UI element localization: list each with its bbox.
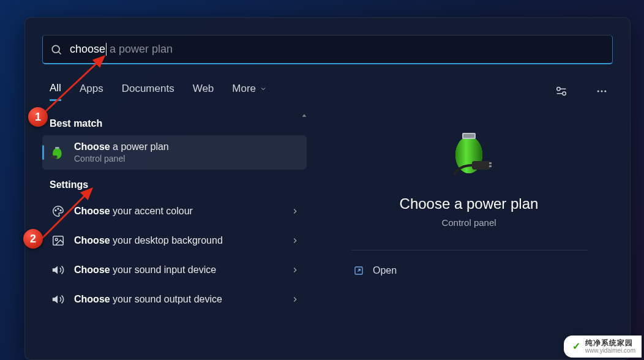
svg-rect-23	[489, 162, 492, 164]
battery-plug-icon	[50, 144, 67, 161]
quick-settings-icon[interactable]	[550, 80, 572, 102]
open-action[interactable]: Open	[348, 259, 590, 282]
more-options-icon[interactable]	[591, 80, 613, 102]
svg-marker-16	[53, 266, 58, 274]
search-input[interactable]: choose a power plan	[70, 43, 173, 56]
svg-point-12	[58, 208, 59, 209]
settings-heading: Settings	[50, 179, 307, 190]
svg-rect-14	[53, 236, 64, 246]
svg-point-3	[563, 92, 566, 96]
divider	[351, 250, 588, 250]
svg-rect-21	[463, 134, 474, 138]
svg-rect-9	[55, 147, 59, 149]
results-column: Best match Choose a power plan Control p…	[42, 108, 307, 353]
watermark-name: 纯净系统家园	[585, 339, 635, 347]
svg-point-6	[604, 91, 606, 92]
detail-battery-plug-icon	[441, 127, 496, 182]
chevron-down-icon	[260, 85, 267, 92]
result-subtitle: Control panel	[74, 154, 299, 163]
svg-point-11	[55, 210, 56, 211]
annotation-badge-2: 2	[23, 229, 43, 249]
open-icon	[353, 265, 364, 276]
svg-rect-24	[489, 165, 492, 167]
detail-title: Choose a power plan	[400, 195, 539, 212]
tab-documents[interactable]: Documents	[122, 83, 174, 100]
annotation-badge-1: 1	[28, 107, 48, 127]
best-match-heading: Best match	[50, 118, 307, 129]
detail-pane: Choose a power plan Control panel Open	[307, 108, 613, 353]
settings-result-sound-input[interactable]: Choose your sound input device	[42, 255, 307, 285]
svg-rect-10	[51, 156, 58, 159]
chevron-right-icon	[291, 207, 299, 216]
svg-line-1	[59, 51, 61, 54]
svg-marker-7	[302, 114, 307, 117]
volume-icon	[50, 291, 67, 308]
svg-point-15	[55, 238, 58, 241]
watermark-logo: ✓	[572, 340, 580, 352]
search-icon	[50, 43, 62, 56]
search-suggestion-text: a power plan	[107, 43, 173, 56]
search-typed-text: choose	[70, 43, 107, 56]
watermark: ✓ 纯净系统家园 www.yidaimei.com	[564, 336, 642, 358]
start-search-panel: choose a power plan All Apps Documents W…	[24, 17, 631, 360]
watermark-url: www.yidaimei.com	[585, 347, 635, 354]
scroll-up-indicator[interactable]	[301, 112, 308, 119]
settings-result-accent-colour[interactable]: Choose your accent colour	[42, 197, 307, 226]
svg-point-0	[52, 45, 59, 53]
svg-point-2	[557, 88, 561, 91]
svg-point-5	[601, 91, 603, 92]
palette-icon	[50, 203, 67, 220]
svg-rect-22	[472, 161, 490, 170]
settings-result-desktop-background[interactable]: Choose your desktop background	[42, 226, 307, 255]
svg-point-4	[597, 91, 599, 92]
tab-apps[interactable]: Apps	[80, 83, 103, 100]
image-icon	[50, 232, 67, 249]
volume-icon	[50, 261, 67, 279]
chevron-right-icon	[291, 236, 299, 245]
chevron-right-icon	[291, 266, 299, 274]
best-match-result[interactable]: Choose a power plan Control panel	[42, 135, 307, 170]
detail-subtitle: Control panel	[441, 217, 496, 228]
result-title: Choose a power plan	[74, 141, 299, 152]
settings-result-sound-output[interactable]: Choose your sound output device	[42, 285, 307, 314]
tab-web[interactable]: Web	[193, 83, 214, 100]
svg-point-13	[60, 210, 61, 211]
tab-all[interactable]: All	[50, 82, 61, 101]
tab-more[interactable]: More	[232, 83, 267, 100]
svg-marker-17	[53, 296, 58, 304]
search-box[interactable]: choose a power plan	[42, 35, 613, 64]
chevron-right-icon	[291, 295, 299, 304]
filter-tabs: All Apps Documents Web More	[50, 80, 613, 102]
